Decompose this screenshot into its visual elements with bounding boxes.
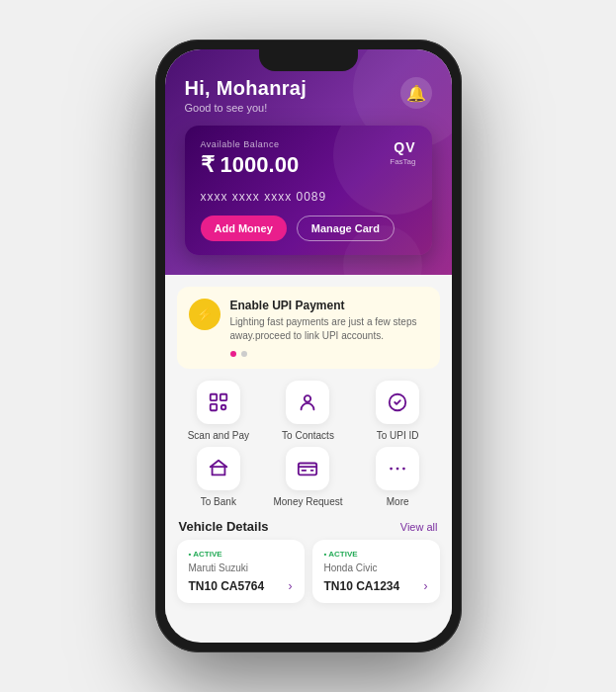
greeting-subtext: Good to see you! <box>185 102 308 114</box>
upi-banner[interactable]: ⚡ Enable UPI Payment Lighting fast payme… <box>177 287 440 369</box>
upi-id-icon <box>376 381 419 424</box>
lightning-icon: ⚡ <box>196 306 213 322</box>
main-content: ⚡ Enable UPI Payment Lighting fast payme… <box>165 287 452 615</box>
svg-rect-1 <box>220 394 226 400</box>
vehicle-plate-0: TN10 CA5764 <box>189 579 265 593</box>
fastag-block: QV FasTag <box>390 139 415 166</box>
view-all-link[interactable]: View all <box>400 521 438 533</box>
upi-title: Enable UPI Payment <box>230 299 428 312</box>
card-top-row: Available Balance ₹ 1000.00 QV FasTag <box>201 139 416 186</box>
notch <box>259 49 358 71</box>
contacts-icon <box>286 381 329 424</box>
svg-point-4 <box>305 395 310 401</box>
upi-description: Lighting fast payments are just a few st… <box>230 315 428 343</box>
svg-rect-6 <box>299 464 316 476</box>
svg-point-9 <box>402 468 405 471</box>
scan-pay-icon <box>197 381 240 424</box>
card-actions: Add Money Manage Card <box>201 216 416 241</box>
bell-icon: 🔔 <box>406 84 426 103</box>
add-money-button[interactable]: Add Money <box>201 216 287 241</box>
bank-label: To Bank <box>201 496 236 507</box>
money-request-label: Money Request <box>273 496 342 507</box>
vehicle-name-1: Honda Civic <box>324 562 428 573</box>
greeting-name: Hi, Mohanraj <box>185 77 308 100</box>
balance-card: Available Balance ₹ 1000.00 QV FasTag xx… <box>185 126 432 255</box>
balance-block: Available Balance ₹ 1000.00 <box>201 139 300 186</box>
contacts-label: To Contacts <box>282 430 334 441</box>
vehicle-status-1: ACTIVE <box>324 550 428 559</box>
header-top: Hi, Mohanraj Good to see you! 🔔 <box>185 77 432 114</box>
action-more[interactable]: More <box>356 447 440 507</box>
card-number: xxxx xxxx xxxx 0089 <box>201 190 416 204</box>
vehicle-cards-container: ACTIVE Maruti Suzuki TN10 CA5764 › ACTIV… <box>165 540 452 615</box>
svg-rect-2 <box>211 404 217 410</box>
fastag-logo-text: QV <box>390 139 415 155</box>
phone-frame: Hi, Mohanraj Good to see you! 🔔 Availabl… <box>155 40 462 652</box>
vehicle-plate-row-1: TN10 CA1234 › <box>324 579 428 593</box>
upi-pagination-dots <box>230 351 428 357</box>
bank-icon <box>197 447 240 490</box>
upi-id-label: To UPI ID <box>377 430 419 441</box>
svg-rect-0 <box>211 394 217 400</box>
vehicle-plate-row-0: TN10 CA5764 › <box>189 579 293 593</box>
action-to-bank[interactable]: To Bank <box>177 447 261 507</box>
upi-text-block: Enable UPI Payment Lighting fast payment… <box>230 299 428 357</box>
svg-point-7 <box>390 468 393 471</box>
fastag-brand-name: FasTag <box>390 157 415 166</box>
action-money-request[interactable]: Money Request <box>266 447 350 507</box>
manage-card-button[interactable]: Manage Card <box>297 216 395 241</box>
action-scan-pay[interactable]: Scan and Pay <box>177 381 261 441</box>
chevron-right-icon-1: › <box>424 579 428 593</box>
vehicle-section-header: Vehicle Details View all <box>165 511 452 540</box>
header-section: Hi, Mohanraj Good to see you! 🔔 Availabl… <box>165 49 452 275</box>
money-request-icon <box>286 447 329 490</box>
more-label: More <box>387 496 409 507</box>
vehicle-plate-1: TN10 CA1234 <box>324 579 400 593</box>
svg-point-8 <box>396 468 399 471</box>
vehicle-section-title: Vehicle Details <box>179 519 269 534</box>
greeting-block: Hi, Mohanraj Good to see you! <box>185 77 308 114</box>
balance-amount: ₹ 1000.00 <box>201 152 300 178</box>
vehicle-card-0[interactable]: ACTIVE Maruti Suzuki TN10 CA5764 › <box>177 540 305 603</box>
vehicle-status-0: ACTIVE <box>189 550 293 559</box>
scan-pay-label: Scan and Pay <box>188 430 249 441</box>
balance-label: Available Balance <box>201 139 300 149</box>
more-icon <box>376 447 419 490</box>
notification-button[interactable]: 🔔 <box>400 77 432 109</box>
dot-inactive <box>241 351 247 357</box>
phone-screen: Hi, Mohanraj Good to see you! 🔔 Availabl… <box>165 49 452 643</box>
vehicle-card-1[interactable]: ACTIVE Honda Civic TN10 CA1234 › <box>312 540 440 603</box>
chevron-right-icon-0: › <box>289 579 293 593</box>
upi-icon: ⚡ <box>189 299 220 330</box>
svg-point-3 <box>221 405 226 410</box>
action-to-upi-id[interactable]: To UPI ID <box>356 381 440 441</box>
quick-actions-grid: Scan and Pay To Contacts <box>165 369 452 511</box>
dot-active <box>230 351 236 357</box>
action-to-contacts[interactable]: To Contacts <box>266 381 350 441</box>
vehicle-name-0: Maruti Suzuki <box>189 562 293 573</box>
